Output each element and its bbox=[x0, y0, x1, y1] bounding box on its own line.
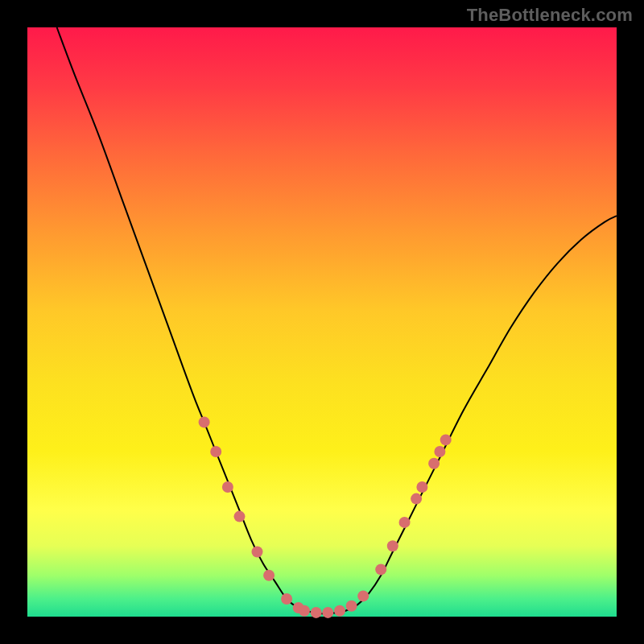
data-point bbox=[263, 570, 275, 581]
data-point bbox=[416, 481, 427, 493]
chart-frame: TheBottleneck.com bbox=[0, 0, 644, 644]
data-point bbox=[428, 458, 440, 469]
data-point bbox=[334, 605, 345, 617]
data-point bbox=[346, 601, 357, 612]
bottleneck-curve bbox=[27, 27, 617, 617]
data-point bbox=[399, 517, 411, 528]
data-point bbox=[234, 511, 246, 522]
watermark-text: TheBottleneck.com bbox=[467, 5, 633, 26]
plot-area bbox=[27, 27, 617, 617]
data-point bbox=[375, 564, 386, 575]
data-point bbox=[357, 590, 369, 601]
data-point bbox=[281, 593, 292, 605]
data-point bbox=[322, 607, 333, 618]
data-point bbox=[387, 540, 398, 551]
data-point bbox=[252, 547, 263, 558]
data-point bbox=[311, 607, 322, 618]
data-point bbox=[411, 493, 422, 505]
data-point bbox=[440, 434, 452, 445]
data-point bbox=[434, 446, 445, 457]
data-point bbox=[299, 605, 310, 617]
data-point bbox=[199, 416, 210, 427]
data-point bbox=[222, 481, 233, 493]
data-point bbox=[210, 446, 221, 457]
